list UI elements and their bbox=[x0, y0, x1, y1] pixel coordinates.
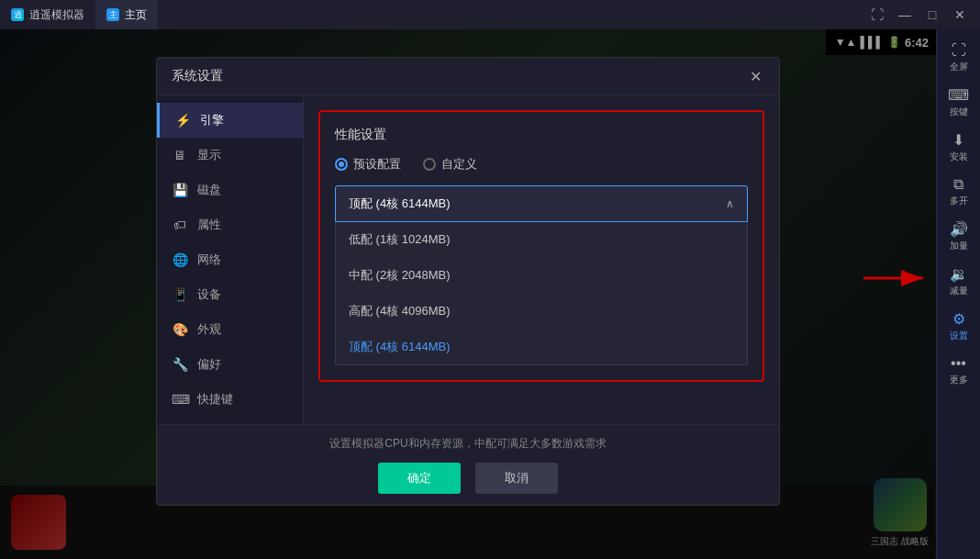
radio-preset-label: 预设配置 bbox=[353, 156, 401, 173]
minimize-button[interactable]: — bbox=[892, 4, 918, 26]
settings-dialog: 系统设置 ✕ ⚡ 引擎 🖥 显示 💾 磁盘 🏷 bbox=[156, 57, 780, 506]
dropdown-item-mid[interactable]: 中配 (2核 2048MB) bbox=[336, 258, 747, 294]
radio-group: 预设配置 自定义 bbox=[335, 156, 748, 173]
radio-custom-circle bbox=[423, 158, 436, 171]
fullscreen-label: 全屏 bbox=[950, 61, 968, 73]
confirm-button[interactable]: 确定 bbox=[378, 463, 461, 494]
more-icon: ••• bbox=[951, 355, 966, 372]
performance-section: 性能设置 预设配置 自定义 顶配 (4核 6144MB) bbox=[318, 110, 764, 382]
shortcuts-icon: ⌨ bbox=[172, 392, 188, 407]
more-label: 更多 bbox=[950, 374, 968, 386]
perf-title: 性能设置 bbox=[335, 127, 748, 143]
engine-icon: ⚡ bbox=[174, 113, 191, 128]
preset-dropdown: 顶配 (4核 6144MB) ∧ 低配 (1核 1024MB) 中配 (2核 2… bbox=[335, 185, 748, 365]
nav-disk-label: 磁盘 bbox=[197, 182, 221, 198]
main-tab-label: 主页 bbox=[125, 7, 147, 23]
settings-title: 系统设置 bbox=[172, 68, 223, 84]
fullscreen-icon: ⛶ bbox=[952, 42, 966, 59]
props-icon: 🏷 bbox=[172, 218, 188, 232]
nav-network[interactable]: 🌐 网络 bbox=[157, 242, 303, 277]
dropdown-item-top[interactable]: 顶配 (4核 6144MB) bbox=[336, 330, 747, 364]
prefs-icon: 🔧 bbox=[172, 357, 188, 372]
settings-title-bar: 系统设置 ✕ bbox=[157, 58, 779, 95]
maximize-button[interactable]: □ bbox=[919, 4, 945, 26]
sidebar-keyboard[interactable]: ⌨ 按键 bbox=[939, 81, 979, 124]
dropdown-header[interactable]: 顶配 (4核 6144MB) ∧ bbox=[335, 185, 748, 222]
cancel-button[interactable]: 取消 bbox=[475, 463, 558, 494]
appearance-icon: 🎨 bbox=[172, 322, 188, 337]
settings-label: 设置 bbox=[950, 330, 968, 342]
vol-up-label: 加量 bbox=[950, 240, 968, 252]
settings-body: ⚡ 引擎 🖥 显示 💾 磁盘 🏷 属性 🌐 网络 bbox=[157, 95, 779, 424]
close-button[interactable]: ✕ bbox=[947, 4, 973, 26]
app-tab-logo[interactable]: 逍 逍遥模拟器 bbox=[0, 0, 95, 29]
nav-engine[interactable]: ⚡ 引擎 bbox=[157, 103, 303, 138]
sidebar-vol-up[interactable]: 🔊 加量 bbox=[939, 215, 979, 258]
nav-appearance-label: 外观 bbox=[197, 321, 221, 338]
footer-hint: 设置模拟器CPU和内存资源，中配可满足大多数游戏需求 bbox=[329, 436, 606, 452]
nav-appearance[interactable]: 🎨 外观 bbox=[157, 312, 303, 347]
sidebar-more[interactable]: ••• 更多 bbox=[939, 350, 979, 392]
settings-nav: ⚡ 引擎 🖥 显示 💾 磁盘 🏷 属性 🌐 网络 bbox=[157, 95, 304, 424]
keyboard-label: 按键 bbox=[950, 106, 968, 118]
nav-network-label: 网络 bbox=[197, 252, 221, 268]
radio-preset-circle bbox=[335, 158, 348, 171]
nav-shortcuts[interactable]: ⌨ 快捷键 bbox=[157, 382, 303, 417]
chevron-up-icon: ∧ bbox=[726, 197, 734, 210]
sidebar-fullscreen[interactable]: ⛶ 全屏 bbox=[939, 37, 979, 79]
nav-display-label: 显示 bbox=[197, 147, 221, 163]
sidebar-settings[interactable]: ⚙ 设置 bbox=[939, 305, 979, 348]
multi-label: 多开 bbox=[950, 195, 968, 207]
vol-up-icon: 🔊 bbox=[950, 220, 968, 238]
display-icon: 🖥 bbox=[172, 148, 188, 162]
nav-engine-label: 引擎 bbox=[200, 112, 224, 129]
app-title: 逍遥模拟器 bbox=[29, 7, 84, 23]
footer-buttons: 确定 取消 bbox=[378, 463, 558, 494]
sidebar-multi[interactable]: ⧉ 多开 bbox=[939, 171, 979, 213]
dropdown-selected-value: 顶配 (4核 6144MB) bbox=[349, 196, 451, 212]
nav-prefs[interactable]: 🔧 偏好 bbox=[157, 347, 303, 382]
nav-display[interactable]: 🖥 显示 bbox=[157, 138, 303, 173]
radio-custom-label: 自定义 bbox=[441, 156, 477, 173]
top-bar: 逍 逍遥模拟器 主 主页 ⛶ — □ ✕ bbox=[0, 0, 980, 29]
nav-props[interactable]: 🏷 属性 bbox=[157, 207, 303, 242]
install-label: 安装 bbox=[950, 151, 968, 163]
right-sidebar: ⛶ 全屏 ⌨ 按键 ⬇ 安装 ⧉ 多开 🔊 加量 🔉 减量 ⚙ 设置 ••• 更… bbox=[936, 29, 980, 559]
dialog-overlay: 系统设置 ✕ ⚡ 引擎 🖥 显示 💾 磁盘 🏷 bbox=[0, 29, 936, 559]
radio-preset[interactable]: 预设配置 bbox=[335, 156, 401, 173]
install-icon: ⬇ bbox=[952, 131, 964, 149]
multi-icon: ⧉ bbox=[953, 176, 963, 193]
nav-device[interactable]: 📱 设备 bbox=[157, 277, 303, 312]
main-tab-icon: 主 bbox=[106, 8, 119, 21]
nav-props-label: 属性 bbox=[197, 217, 221, 233]
main-tab[interactable]: 主 主页 bbox=[95, 0, 158, 29]
settings-icon: ⚙ bbox=[952, 310, 965, 328]
disk-icon: 💾 bbox=[172, 183, 188, 197]
window-controls: ⛶ — □ ✕ bbox=[864, 4, 980, 26]
nav-prefs-label: 偏好 bbox=[197, 356, 221, 373]
sidebar-vol-down[interactable]: 🔉 减量 bbox=[939, 260, 979, 303]
vol-down-label: 减量 bbox=[950, 285, 968, 297]
settings-content: 性能设置 预设配置 自定义 顶配 (4核 6144MB) bbox=[304, 95, 779, 424]
nav-shortcuts-label: 快捷键 bbox=[197, 391, 233, 408]
device-icon: 📱 bbox=[172, 287, 188, 302]
dropdown-item-high[interactable]: 高配 (4核 4096MB) bbox=[336, 294, 747, 330]
fullscreen-button[interactable]: ⛶ bbox=[864, 4, 890, 26]
radio-custom[interactable]: 自定义 bbox=[423, 156, 477, 173]
network-icon: 🌐 bbox=[172, 252, 188, 267]
nav-disk[interactable]: 💾 磁盘 bbox=[157, 173, 303, 207]
app-logo-icon: 逍 bbox=[11, 8, 24, 21]
dialog-close-button[interactable]: ✕ bbox=[746, 67, 764, 85]
nav-device-label: 设备 bbox=[197, 286, 221, 303]
sidebar-install[interactable]: ⬇ 安装 bbox=[939, 126, 979, 169]
dropdown-list: 低配 (1核 1024MB) 中配 (2核 2048MB) 高配 (4核 409… bbox=[335, 222, 748, 365]
dropdown-item-low[interactable]: 低配 (1核 1024MB) bbox=[336, 222, 747, 258]
vol-down-icon: 🔉 bbox=[950, 265, 968, 283]
keyboard-icon: ⌨ bbox=[948, 86, 969, 104]
settings-footer: 设置模拟器CPU和内存资源，中配可满足大多数游戏需求 确定 取消 bbox=[157, 424, 779, 505]
